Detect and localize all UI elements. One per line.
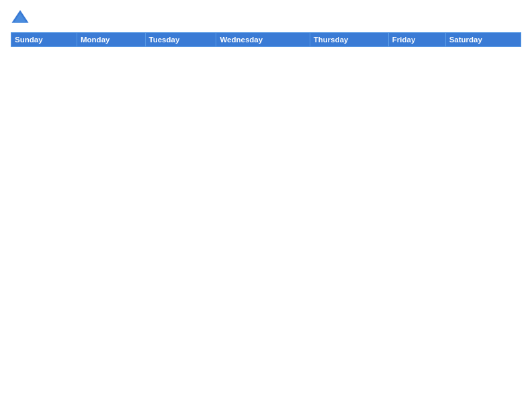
col-header-thursday: Thursday [310,33,388,47]
col-header-friday: Friday [388,33,445,47]
col-header-wednesday: Wednesday [216,33,310,47]
calendar-header-row: SundayMondayTuesdayWednesdayThursdayFrid… [11,33,521,47]
col-header-sunday: Sunday [11,33,77,47]
page: SundayMondayTuesdayWednesdayThursdayFrid… [0,0,532,411]
col-header-tuesday: Tuesday [145,33,216,47]
col-header-monday: Monday [77,33,145,47]
header [11,8,521,27]
calendar: SundayMondayTuesdayWednesdayThursdayFrid… [11,32,521,47]
logo-icon [11,8,30,27]
logo [11,8,32,27]
col-header-saturday: Saturday [445,33,521,47]
